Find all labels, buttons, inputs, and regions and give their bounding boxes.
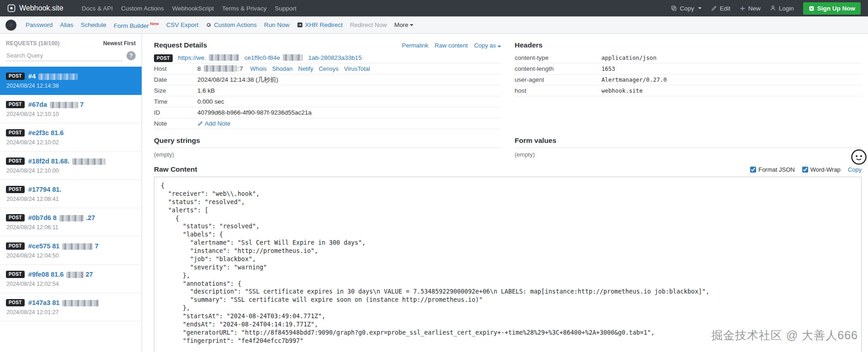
redacted-blur bbox=[50, 102, 78, 108]
brand-link[interactable]: Webhook.site bbox=[7, 4, 64, 12]
plus-icon bbox=[740, 5, 746, 11]
request-time: 2024/08/24 12:02:54 bbox=[6, 281, 136, 287]
headers-panel: Headers content-type application/json co… bbox=[515, 41, 862, 160]
request-list-item[interactable]: POST#ce575 817 2024/08/24 12:04:50 bbox=[0, 236, 142, 265]
request-id: .27 bbox=[86, 214, 95, 221]
header-row: host webhook.site bbox=[515, 85, 862, 96]
raw-content-link[interactable]: Raw content bbox=[435, 42, 468, 49]
redacted-blur bbox=[38, 74, 78, 80]
toolbar-run-now[interactable]: Run Now bbox=[264, 21, 290, 28]
request-time: 2024/08/24 12:14:38 bbox=[6, 83, 136, 89]
header-name: host bbox=[515, 85, 602, 96]
new-button[interactable]: New bbox=[740, 5, 761, 12]
search-input[interactable] bbox=[6, 50, 122, 61]
request-list-item[interactable]: POST#67da7 2024/08/24 12:10:10 bbox=[0, 95, 142, 123]
pencil-icon bbox=[197, 121, 203, 126]
request-id: #67da bbox=[28, 101, 47, 108]
date-label: Date bbox=[154, 74, 197, 85]
details-table: POST https://we. ce1f9c0-f84e 1ab-280823… bbox=[154, 53, 501, 129]
circle-icon-button[interactable] bbox=[5, 20, 16, 31]
header-value: 1653 bbox=[602, 63, 862, 74]
method-badge: POST bbox=[6, 186, 25, 193]
request-token-link-1[interactable]: ce1f9c0-f84e bbox=[244, 54, 280, 61]
request-list-item[interactable]: POST#4 2024/08/24 12:14:38 bbox=[0, 67, 142, 95]
add-note-button[interactable]: Add Note bbox=[197, 120, 230, 127]
note-row: Note Add Note bbox=[154, 118, 501, 129]
nav-link-custom-actions[interactable]: Custom Actions bbox=[121, 5, 164, 12]
request-list-item[interactable]: POST#147a3 81 2024/08/24 12:01:27 bbox=[0, 293, 142, 321]
request-token-link-2[interactable]: 1ab-280823a33b15 bbox=[308, 54, 362, 61]
nav-link-support[interactable]: Support bbox=[275, 5, 296, 12]
mascot-logo bbox=[851, 149, 867, 165]
caret-down-icon bbox=[498, 46, 501, 47]
nav-link-docs-api[interactable]: Docs & API bbox=[82, 5, 113, 12]
edit-label: Edit bbox=[720, 5, 730, 12]
format-json-checkbox[interactable] bbox=[750, 167, 756, 173]
word-wrap-toggle[interactable]: Word-Wrap bbox=[802, 166, 841, 173]
raw-content-section: Raw Content Format JSON Word-Wrap Copy {… bbox=[154, 165, 862, 352]
custom-actions-label: Custom Actions bbox=[214, 21, 257, 28]
watermark: 掘金技术社区 @ 大善人666 bbox=[711, 328, 858, 343]
request-id: #e2f3c 81.6 bbox=[28, 129, 64, 137]
toolbar-more-menu[interactable]: More bbox=[394, 21, 413, 28]
request-id: 7 bbox=[80, 101, 84, 108]
raw-content-code[interactable]: { "receiver": "web\\.hook", "status": "r… bbox=[154, 177, 862, 352]
size-value: 1.6 kB bbox=[197, 85, 501, 96]
size-row: Size 1.6 kB bbox=[154, 85, 501, 96]
shodan-link[interactable]: Shodan bbox=[272, 65, 293, 72]
navbar-actions: Copy Edit New Login Sign Up Now bbox=[671, 2, 861, 15]
sort-toggle[interactable]: Newest First bbox=[103, 40, 136, 47]
form-builder-label: Form Builder bbox=[114, 22, 149, 29]
toolbar-xhr-redirect[interactable]: XHR Redirect bbox=[297, 21, 343, 28]
virustotal-link[interactable]: VirusTotal bbox=[344, 65, 370, 72]
query-strings-title: Query strings bbox=[154, 137, 501, 145]
request-list-item[interactable]: POST#17794 81. 2024/08/24 12:08:41 bbox=[0, 180, 142, 208]
request-list-item[interactable]: POST#18f2d 81.68. 2024/08/24 12:10:00 bbox=[0, 152, 142, 180]
note-label: Note bbox=[154, 118, 197, 129]
new-label: New bbox=[748, 5, 761, 12]
gear-icon bbox=[206, 22, 212, 28]
redacted-blur bbox=[209, 54, 239, 61]
toolbar-redirect-now[interactable]: Redirect Now bbox=[350, 21, 387, 28]
nav-link-terms-privacy[interactable]: Terms & Privacy bbox=[222, 5, 267, 12]
toolbar-csv-export[interactable]: CSV Export bbox=[166, 21, 199, 28]
headers-table: content-type application/json content-le… bbox=[515, 53, 862, 96]
time-row: Time 0.000 sec bbox=[154, 96, 501, 107]
request-list-item[interactable]: POST#0b7d6 8.27 2024/08/24 12:06:11 bbox=[0, 208, 142, 236]
toolbar-custom-actions[interactable]: Custom Actions bbox=[206, 21, 257, 28]
copy-as-dropdown[interactable]: Copy as bbox=[474, 42, 501, 49]
request-url-link[interactable]: https://we. bbox=[178, 54, 206, 61]
webhook-logo-icon bbox=[7, 4, 16, 12]
request-id: #18f2d 81.68. bbox=[28, 158, 69, 165]
request-list-item[interactable]: POST#9fe08 81.627 2024/08/24 12:02:54 bbox=[0, 265, 142, 293]
copy-raw-link[interactable]: Copy bbox=[848, 166, 862, 173]
id-row: ID 40799d68-b966-4f90-987f-9236d55ac21a bbox=[154, 107, 501, 118]
request-details-panel: Request Details Permalink Raw content Co… bbox=[154, 41, 501, 160]
word-wrap-checkbox[interactable] bbox=[802, 167, 808, 173]
request-list-item[interactable]: POST#e2f3c 81.6 2024/08/24 12:10:02 bbox=[0, 123, 142, 152]
copy-dropdown-button[interactable]: Copy bbox=[671, 5, 702, 12]
format-json-toggle[interactable]: Format JSON bbox=[750, 166, 794, 173]
request-time: 2024/08/24 12:10:02 bbox=[6, 139, 136, 146]
login-button[interactable]: Login bbox=[770, 5, 794, 12]
permalink-link[interactable]: Permalink bbox=[402, 42, 429, 49]
main-content: Request Details Permalink Raw content Co… bbox=[142, 34, 868, 352]
request-time: 2024/08/24 12:10:00 bbox=[6, 168, 136, 174]
toolbar-form-builder[interactable]: Form BuilderNew bbox=[114, 21, 159, 29]
toolbar-password[interactable]: Password bbox=[26, 21, 53, 28]
help-button[interactable]: ? bbox=[127, 51, 136, 60]
censys-link[interactable]: Censys bbox=[319, 65, 339, 72]
netify-link[interactable]: Netify bbox=[298, 65, 313, 72]
toolbar-alias[interactable]: Alias bbox=[60, 21, 73, 28]
whois-link[interactable]: Whois bbox=[250, 65, 267, 72]
signup-button[interactable]: Sign Up Now bbox=[803, 2, 861, 15]
request-id: #9fe08 81.6 bbox=[28, 271, 64, 278]
method-badge: POST bbox=[6, 299, 25, 306]
requests-sidebar: REQUESTS (18/100) Newest First ? POST#4 … bbox=[0, 34, 142, 352]
toolbar-schedule[interactable]: Schedule bbox=[81, 21, 106, 28]
time-value: 0.000 sec bbox=[197, 96, 501, 107]
raw-content-title: Raw Content bbox=[154, 165, 197, 173]
nav-link-webhookscript[interactable]: WebhookScript bbox=[172, 5, 214, 12]
edit-button[interactable]: Edit bbox=[711, 5, 730, 12]
word-wrap-label: Word-Wrap bbox=[810, 166, 841, 173]
